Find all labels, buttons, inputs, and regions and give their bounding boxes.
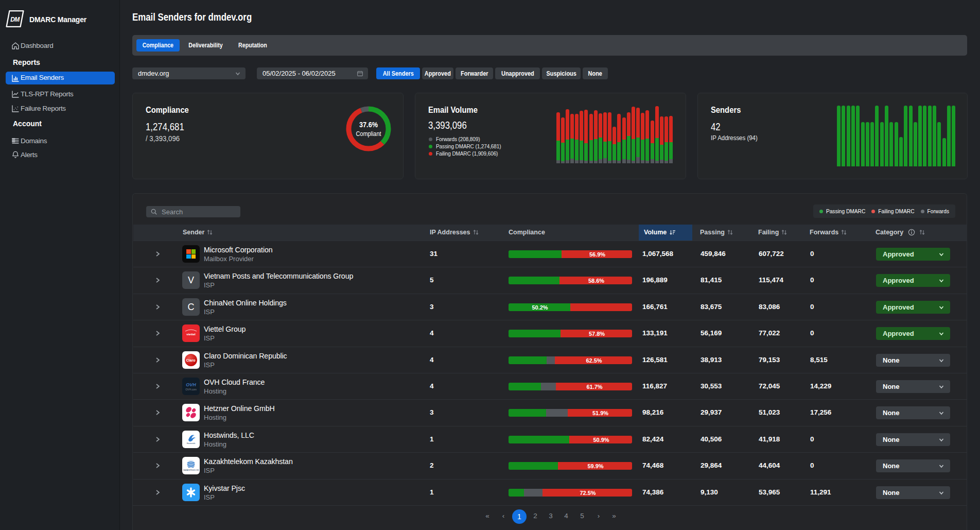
svg-text:37.6%: 37.6% bbox=[359, 121, 378, 129]
svg-text:viettel: viettel bbox=[186, 333, 196, 336]
svg-text:OVH.com: OVH.com bbox=[185, 388, 197, 391]
svg-text:Claro: Claro bbox=[186, 358, 196, 362]
svg-text:Compliant: Compliant bbox=[356, 130, 381, 138]
svg-text:Hostwinds: Hostwinds bbox=[187, 442, 196, 444]
svg-text:DM: DM bbox=[10, 16, 20, 23]
svg-text:OVH: OVH bbox=[186, 382, 196, 387]
svg-text:KAZAKHTELECOM: KAZAKHTELECOM bbox=[183, 469, 199, 471]
